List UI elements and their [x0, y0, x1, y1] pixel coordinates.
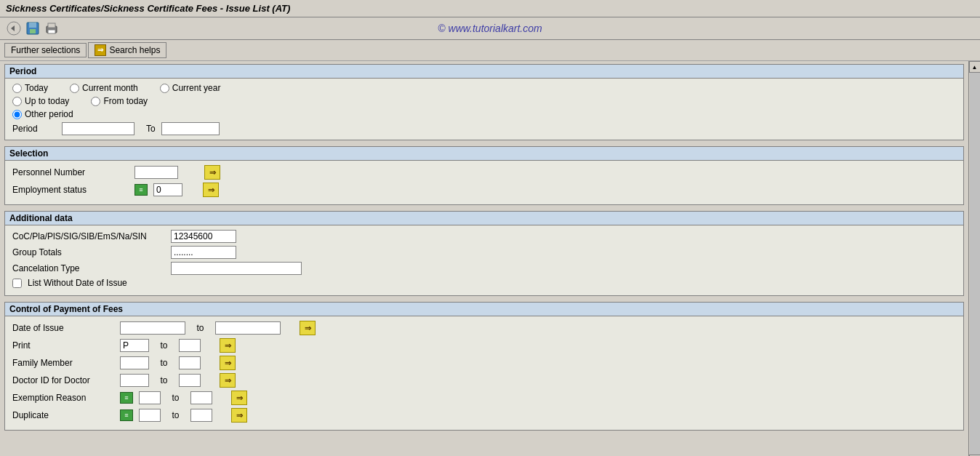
print-to-input[interactable] [179, 339, 201, 352]
family-member-to-input[interactable] [179, 356, 201, 369]
employment-status-input[interactable] [153, 183, 182, 196]
other-period-label: Other period [25, 109, 73, 119]
family-member-label: Family Member [12, 358, 114, 368]
radio-current-month[interactable] [70, 84, 79, 93]
period-section: Period Today Current month Current year [4, 64, 964, 140]
exemption-reason-match-icon[interactable]: ≡ [120, 392, 133, 404]
print-to-label: to [155, 340, 173, 351]
personnel-number-label: Personnel Number [12, 167, 129, 177]
date-of-issue-label: Date of Issue [12, 323, 114, 333]
date-of-issue-to-input[interactable] [215, 321, 281, 335]
svg-rect-4 [30, 29, 36, 33]
back-icon[interactable] [6, 20, 22, 36]
list-without-label: List Without Date of Issue [28, 278, 127, 288]
toolbar: © www.tutorialkart.com [0, 17, 980, 40]
coc-label: CoC/Pla/PlS/SIG/SIB/EmS/Na/SIN [12, 231, 165, 241]
search-helps-arrow-icon: ⇒ [95, 44, 106, 56]
doctor-id-to-label: to [155, 375, 173, 385]
group-totals-input[interactable] [171, 246, 236, 259]
date-of-issue-from-input[interactable] [120, 321, 185, 335]
from-today-label: From today [103, 96, 148, 106]
print-from-input[interactable] [120, 339, 149, 352]
exemption-reason-to-input[interactable] [190, 391, 212, 404]
current-month-label: Current month [82, 83, 138, 93]
radio-current-year[interactable] [160, 84, 169, 93]
period-section-header: Period [5, 65, 963, 79]
search-helps-button[interactable]: ⇒ Search helps [88, 42, 166, 58]
period-to-label: To [146, 124, 156, 134]
scroll-track [970, 73, 980, 455]
control-section: Control of Payment of Fees Date of Issue… [4, 302, 964, 431]
print-label: Print [12, 340, 114, 351]
selection-section: Selection Personnel Number ⇒ Employment … [4, 146, 964, 205]
search-helps-label: Search helps [109, 45, 160, 55]
scrollbar[interactable]: ▲ ▼ [968, 61, 980, 456]
list-without-checkbox[interactable] [12, 279, 22, 288]
title-bar: Sickness Certificates/Sickness Certifica… [0, 0, 980, 17]
radio-from-today[interactable] [91, 97, 100, 106]
date-of-issue-to-label: to [191, 323, 209, 333]
employment-status-arrow-btn[interactable]: ⇒ [203, 183, 219, 197]
further-selections-label: Further selections [11, 45, 80, 55]
doctor-id-arrow-btn[interactable]: ⇒ [220, 373, 236, 388]
doctor-id-to-input[interactable] [179, 374, 201, 387]
exemption-reason-from-input[interactable] [139, 391, 161, 404]
family-member-to-label: to [155, 358, 173, 368]
scroll-up-btn[interactable]: ▲ [969, 61, 981, 73]
exemption-reason-arrow-btn[interactable]: ⇒ [231, 391, 247, 405]
coc-input[interactable] [171, 230, 236, 243]
radio-other-period[interactable] [12, 110, 22, 119]
exemption-reason-to-label: to [166, 393, 185, 403]
date-of-issue-arrow-btn[interactable]: ⇒ [300, 321, 316, 335]
personnel-number-input[interactable] [134, 166, 178, 179]
duplicate-from-input[interactable] [139, 409, 161, 422]
selection-section-header: Selection [5, 147, 963, 161]
employment-status-label: Employment status [12, 185, 129, 195]
exemption-reason-label: Exemption Reason [12, 393, 114, 403]
duplicate-label: Duplicate [12, 410, 114, 420]
period-to-input[interactable] [161, 122, 220, 135]
up-to-today-label: Up to today [25, 96, 69, 106]
duplicate-to-input[interactable] [190, 409, 212, 422]
watermark: © www.tutorialkart.com [438, 23, 542, 34]
radio-up-to-today[interactable] [12, 97, 22, 106]
employment-status-match-icon[interactable]: ≡ [134, 184, 148, 196]
family-member-from-input[interactable] [120, 356, 149, 369]
current-year-label: Current year [172, 83, 221, 93]
personnel-number-arrow-btn[interactable]: ⇒ [204, 165, 220, 180]
svg-rect-6 [48, 23, 55, 28]
control-section-header: Control of Payment of Fees [5, 303, 963, 316]
further-selections-button[interactable]: Further selections [4, 43, 87, 57]
period-field-label: Period [12, 124, 56, 134]
svg-rect-3 [29, 23, 36, 28]
duplicate-arrow-btn[interactable]: ⇒ [231, 408, 247, 423]
doctor-id-label: Doctor ID for Doctor [12, 375, 114, 385]
group-totals-label: Group Totals [12, 247, 165, 257]
window-title: Sickness Certificates/Sickness Certifica… [6, 3, 290, 14]
duplicate-to-label: to [166, 410, 185, 420]
radio-today[interactable] [12, 84, 22, 93]
additional-data-section-header: Additional data [5, 212, 963, 225]
additional-data-section: Additional data CoC/Pla/PlS/SIG/SIB/EmS/… [4, 211, 964, 296]
svg-rect-7 [48, 30, 55, 33]
cancelation-type-input[interactable] [171, 262, 302, 275]
today-label: Today [25, 83, 48, 93]
print-arrow-btn[interactable]: ⇒ [220, 338, 236, 353]
family-member-arrow-btn[interactable]: ⇒ [220, 356, 236, 370]
print-icon[interactable] [44, 20, 60, 36]
save-icon[interactable] [25, 20, 41, 36]
period-from-input[interactable] [62, 122, 134, 135]
doctor-id-from-input[interactable] [120, 374, 149, 387]
cancelation-type-label: Cancelation Type [12, 263, 165, 273]
duplicate-match-icon[interactable]: ≡ [120, 409, 133, 421]
